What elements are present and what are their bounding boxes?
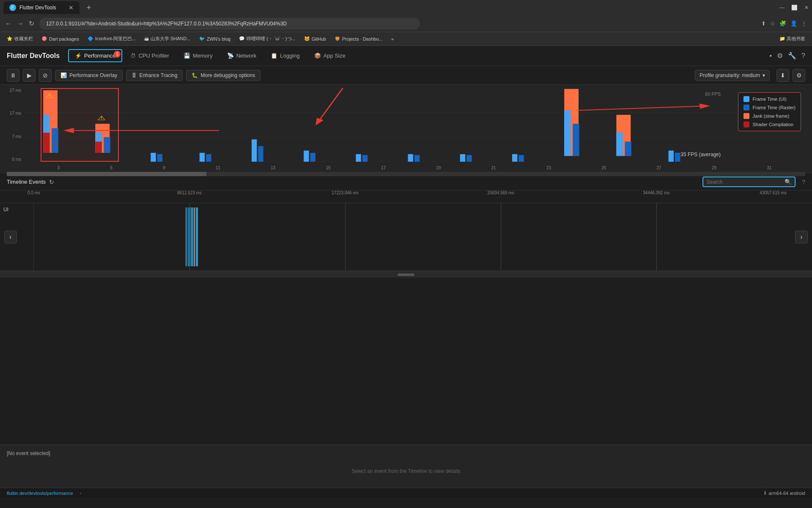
timeline-refresh-button[interactable]: ↻ bbox=[49, 179, 54, 185]
chart-scrollbar-handle[interactable] bbox=[7, 172, 206, 176]
timeline-search-box[interactable]: 🔍 bbox=[702, 177, 796, 187]
url-input[interactable] bbox=[39, 18, 420, 30]
bookmark-others[interactable]: 📁 其他书签 bbox=[776, 35, 809, 43]
event-line-6[interactable] bbox=[194, 207, 195, 266]
event-line-7[interactable] bbox=[196, 207, 197, 266]
bar-ui-29[interactable] bbox=[616, 133, 623, 156]
play-button[interactable]: ▶ bbox=[23, 69, 36, 82]
bar-raster-27[interactable] bbox=[573, 124, 579, 156]
chart-scrollbar[interactable] bbox=[7, 172, 805, 176]
bar-raster-25[interactable] bbox=[518, 155, 524, 162]
event-line-4[interactable] bbox=[191, 207, 192, 266]
timeline-section: Timeline Events ↻ 🔍 ? 0.0 ms 8611.523 ms… bbox=[0, 174, 812, 488]
download-button[interactable]: ⬇ bbox=[776, 69, 789, 82]
profile-granularity-dropdown[interactable]: Profile granularity: medium ▾ bbox=[695, 70, 770, 81]
maximize-icon[interactable]: ⬜ bbox=[791, 5, 798, 11]
bar-shader-3[interactable] bbox=[43, 133, 49, 152]
bookmark-projects[interactable]: 🦁 Projects · Dashbo... bbox=[331, 35, 386, 42]
event-line-3[interactable] bbox=[189, 207, 190, 266]
help-icon[interactable]: ? bbox=[801, 52, 805, 60]
bar-ui-27[interactable] bbox=[564, 110, 571, 156]
tab-memory[interactable]: 💾 Memory bbox=[177, 50, 219, 62]
timeline-prev-button[interactable]: ‹ bbox=[4, 231, 17, 243]
timeline-next-button[interactable]: › bbox=[795, 231, 808, 243]
bar-raster-19[interactable] bbox=[362, 155, 368, 162]
tab-logging[interactable]: 📋 Logging bbox=[264, 50, 306, 62]
event-line-2[interactable] bbox=[188, 207, 189, 266]
separator-dot: • bbox=[769, 52, 772, 60]
bar-raster-13[interactable] bbox=[206, 154, 211, 162]
bar-raster-3[interactable] bbox=[52, 128, 58, 153]
new-tab-button[interactable]: + bbox=[83, 2, 95, 14]
close-tab-button[interactable]: ✕ bbox=[69, 4, 74, 11]
bar-ui-23[interactable] bbox=[460, 154, 465, 162]
bar-raster-21[interactable] bbox=[414, 155, 420, 162]
more-debugging-button[interactable]: 🐛 More debugging options bbox=[186, 70, 261, 81]
event-line-1[interactable] bbox=[186, 207, 187, 266]
devtools-link[interactable]: flutter.dev/devtools/performance bbox=[7, 491, 73, 496]
toolbar-settings-button[interactable]: ⚙ bbox=[793, 69, 805, 82]
event-line-8[interactable] bbox=[197, 207, 198, 266]
bar-raster-9[interactable] bbox=[104, 137, 110, 153]
profile-icon[interactable]: 👤 bbox=[790, 20, 797, 27]
time-mark-2: 17223.046 ms bbox=[332, 190, 358, 195]
tab-network[interactable]: 📡 Network bbox=[221, 50, 263, 62]
tab-performance[interactable]: ⚡ Performance 5 bbox=[68, 49, 122, 62]
bar-ui-15[interactable] bbox=[252, 139, 257, 162]
menu-icon[interactable]: ⋮ bbox=[801, 20, 807, 27]
scrollbar-handle[interactable] bbox=[398, 273, 414, 276]
clear-button[interactable]: ⊘ bbox=[39, 69, 52, 82]
back-button[interactable]: ← bbox=[5, 20, 12, 28]
cpu-tab-icon: ⏱ bbox=[130, 52, 136, 59]
performance-overlay-button[interactable]: 📊 Performance Overlay bbox=[55, 70, 123, 81]
status-right: ℹ arm64-64 android bbox=[764, 490, 805, 496]
close-icon[interactable]: ✕ bbox=[804, 5, 809, 11]
bookmark-dart[interactable]: 🎯 Dart packages bbox=[38, 35, 82, 42]
minimize-icon[interactable]: — bbox=[779, 5, 785, 11]
bookmark-github[interactable]: 🐱 GitHub bbox=[301, 35, 329, 42]
tab-appsize[interactable]: 📦 App Size bbox=[308, 50, 352, 62]
bookmark-icon[interactable]: ☆ bbox=[770, 20, 775, 27]
bar-raster-11[interactable] bbox=[157, 154, 162, 162]
x-label-13: 13 bbox=[271, 166, 275, 170]
extensions-icon[interactable]: 🧩 bbox=[779, 20, 786, 27]
bookmark-more[interactable]: » bbox=[388, 36, 397, 42]
bar-ui-13[interactable] bbox=[200, 153, 205, 162]
x-axis-labels: 3 5 9 11 13 15 17 19 21 23 25 27 29 31 bbox=[24, 166, 805, 170]
settings-icon[interactable]: ⚙ bbox=[777, 52, 783, 60]
extensions-icon[interactable]: 🔧 bbox=[788, 52, 796, 60]
status-separator: • bbox=[80, 491, 82, 496]
forward-button[interactable]: → bbox=[17, 20, 24, 28]
enhance-tracing-button[interactable]: 🎛 Enhance Tracing bbox=[126, 70, 183, 81]
bookmark-iconfont[interactable]: 🔷 Iconfont-阿里巴巴... bbox=[84, 35, 139, 43]
bar-raster-31[interactable] bbox=[675, 153, 680, 162]
bar-ui-11[interactable] bbox=[151, 153, 156, 162]
bar-ui-25[interactable] bbox=[512, 154, 517, 162]
timeline-scrollbar[interactable] bbox=[0, 271, 812, 278]
bar-raster-17[interactable] bbox=[310, 153, 315, 162]
bar-ui-19[interactable] bbox=[356, 154, 361, 162]
memory-tab-icon: 💾 bbox=[184, 52, 190, 59]
browser-tab[interactable]: F Flutter DevTools ✕ bbox=[3, 1, 80, 14]
bookmark-bilibili[interactable]: 💬 哔哩哔哩 (・ `ω´・)つ... bbox=[236, 35, 299, 43]
x-label-25: 25 bbox=[601, 166, 606, 170]
bar-ui-31[interactable] bbox=[669, 151, 674, 162]
tab-cpu-profiler[interactable]: ⏱ CPU Profiler bbox=[124, 50, 175, 62]
event-line-5[interactable] bbox=[192, 207, 193, 266]
pause-button[interactable]: ⏸ bbox=[7, 69, 19, 82]
platform-label: arm64-64 android bbox=[768, 491, 805, 496]
bookmark-collectables[interactable]: ⭐ 收藏夹栏 bbox=[3, 35, 36, 43]
bar-shader-9[interactable] bbox=[95, 142, 102, 153]
timeline-search-input[interactable] bbox=[707, 179, 785, 185]
bookmark-sdu[interactable]: 🏔 山东大学 SHAND... bbox=[141, 35, 194, 43]
timeline-help-icon[interactable]: ? bbox=[802, 179, 805, 185]
frame-chart-svg[interactable]: ⚠ ⚠ bbox=[24, 88, 805, 162]
bookmark-zwn[interactable]: 🐦 ZWN's blog bbox=[196, 35, 234, 42]
bar-raster-15[interactable] bbox=[258, 146, 263, 162]
bar-ui-17[interactable] bbox=[304, 151, 309, 162]
bar-raster-29[interactable] bbox=[625, 142, 631, 156]
bar-ui-21[interactable] bbox=[408, 154, 413, 162]
bar-raster-23[interactable] bbox=[466, 155, 472, 162]
refresh-button[interactable]: ↻ bbox=[29, 19, 34, 28]
share-icon[interactable]: ⬆ bbox=[761, 20, 766, 27]
